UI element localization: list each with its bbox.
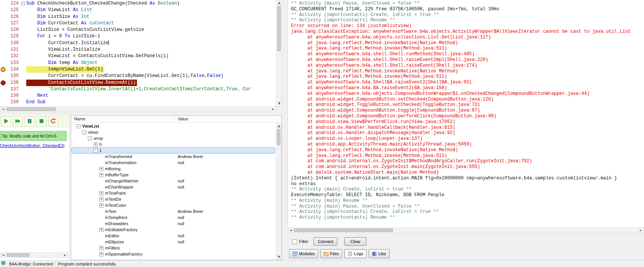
breakpoint-gutter[interactable]	[0, 46, 6, 53]
collapse-icon[interactable]: -	[94, 149, 98, 153]
code-line-125[interactable]: 125 Dim ViewList As List	[0, 7, 276, 13]
tab-files[interactable]: Files	[320, 249, 342, 258]
code-line-130[interactable]: 130 CurrContact.Initialize	[0, 40, 276, 46]
scrollbar-thumb[interactable]	[6, 107, 56, 111]
code-line-137[interactable]: 137 'ContactsCustListView.InsertAt(i+1,C…	[0, 86, 276, 93]
watch-row-0[interactable]: +0	[71, 141, 275, 147]
watch-row-mTempRect[interactable]: mTempRectnull	[71, 214, 275, 221]
scroll-up-icon[interactable]: ▲	[277, 0, 282, 5]
watch-row-mTextDir[interactable]: +mTextDir	[71, 196, 275, 202]
code-line-135[interactable]: 135 CurrContact = cu.FindContactsByName(…	[0, 73, 276, 79]
expand-icon[interactable]: +	[99, 252, 103, 256]
expand-icon[interactable]: +	[99, 203, 103, 208]
code-line-127[interactable]: 127 Dim CurrContact As cuContact	[0, 20, 276, 27]
tab-modules[interactable]: Modules	[289, 249, 318, 258]
expand-icon[interactable]: +	[99, 173, 103, 177]
breakpoint-gutter[interactable]	[0, 7, 6, 13]
watch-row-mText[interactable]: mTextAndrew Breer	[71, 208, 275, 214]
code-line-129[interactable]: 129 For i = 0 To ListSize-1	[0, 33, 276, 40]
clear-button[interactable]: Clear	[344, 237, 366, 246]
expand-icon[interactable]: +	[99, 191, 103, 195]
code-line-136[interactable]: 136 ContactsCustListView.RemoveAt(i)	[0, 80, 276, 86]
breakpoint-gutter[interactable]	[0, 73, 6, 79]
expand-icon[interactable]: +	[94, 142, 98, 147]
code-line-131[interactable]: 131 ViewList.Initialize	[0, 46, 276, 53]
breakpoint-gutter[interactable]	[0, 27, 6, 33]
watch-row-mDrawables[interactable]: mDrawablesnull	[71, 221, 275, 227]
code-line-126[interactable]: 126 Dim ListSize As Int	[0, 14, 276, 20]
scroll-left-icon[interactable]: ◄	[0, 107, 6, 112]
breakpoint-gutter[interactable]	[0, 86, 6, 93]
expand-icon[interactable]: +	[99, 197, 103, 201]
tab-logs[interactable]: Logs	[344, 249, 367, 258]
watch-vertical-scrollbar[interactable]: ▲ ▼	[276, 123, 281, 260]
breakpoint-gutter[interactable]	[0, 53, 6, 59]
code-line-134[interactable]: 134 temp=ViewList.Get(1)	[0, 66, 276, 73]
breakpoint-gutter[interactable]	[0, 14, 6, 20]
connect-button[interactable]: Connect	[313, 237, 337, 246]
collapse-icon[interactable]: -	[82, 130, 86, 134]
breakpoint-gutter[interactable]	[0, 93, 6, 99]
column-header-name[interactable]: Name	[71, 116, 175, 122]
editor-vertical-scrollbar[interactable]: ▲ ▼	[276, 0, 282, 106]
watch-row-mFilters[interactable]: +mFilters	[71, 245, 275, 251]
sidebar-horizontal-scrollbar[interactable]: ◄ ►	[0, 252, 68, 258]
stop-button[interactable]	[37, 117, 46, 126]
run-to-cursor-button[interactable]	[13, 117, 23, 126]
code-line-139[interactable]: 139End Sub	[0, 99, 276, 106]
collapse-icon[interactable]: -	[76, 124, 81, 128]
filter-checkbox[interactable]	[292, 239, 297, 244]
scroll-right-icon[interactable]: ►	[270, 107, 276, 112]
breakpoint-gutter[interactable]	[0, 60, 6, 66]
scroll-down-icon[interactable]: ▼	[276, 254, 281, 259]
watch-row-mSpannableFactory[interactable]: +mSpannableFactory	[71, 251, 275, 257]
column-header-value[interactable]: Value	[175, 116, 281, 122]
watch-row-1[interactable]: -1	[71, 147, 275, 153]
scroll-left-icon[interactable]: ◄	[288, 228, 293, 233]
code-line-133[interactable]: 133 Dim temp As Object	[0, 60, 276, 66]
watch-row-mBoring[interactable]: +mBoring	[71, 166, 275, 172]
tab-libs[interactable]: Libs	[369, 249, 390, 258]
scroll-right-icon[interactable]: ►	[62, 253, 68, 257]
code-editor[interactable]: 124-Sub CheckUncheckButton_CheckedChange…	[0, 0, 276, 106]
scrollbar-thumb[interactable]	[6, 253, 29, 257]
scroll-left-icon[interactable]: ◄	[0, 253, 6, 257]
breakpoint-gutter[interactable]	[0, 99, 6, 106]
watch-row-mTransformation[interactable]: mTransformationnull	[71, 160, 275, 166]
expand-icon[interactable]: +	[99, 246, 103, 250]
watch-row-mBufferType[interactable]: +mBufferType	[71, 172, 275, 178]
watch-row-mEditableFactory[interactable]: +mEditableFactory	[71, 227, 275, 233]
expand-icon[interactable]: +	[99, 228, 103, 232]
scroll-down-icon[interactable]: ▼	[277, 101, 282, 106]
code-line-138[interactable]: 138 Next	[0, 93, 276, 99]
watch-row-ViewList[interactable]: -ViewList	[71, 123, 275, 129]
restart-button[interactable]	[48, 117, 58, 126]
scrollbar-thumb[interactable]	[277, 129, 280, 145]
logs-horizontal-scrollbar[interactable]: ◄ ►	[288, 227, 644, 233]
code-line-124[interactable]: 124-Sub CheckUncheckButton_CheckedChange…	[0, 0, 276, 7]
collapse-icon[interactable]: -	[88, 136, 92, 141]
breakpoint-gutter[interactable]	[0, 40, 6, 46]
scrollbar-thumb[interactable]	[294, 229, 393, 232]
pause-button[interactable]	[25, 117, 35, 126]
expand-icon[interactable]: +	[99, 167, 103, 171]
editor-horizontal-scrollbar[interactable]: ◄ ►	[0, 106, 276, 112]
watch-row-mTextColor[interactable]: +mTextColor	[71, 202, 275, 208]
fold-toggle-icon[interactable]: -	[21, 2, 25, 5]
log-output[interactable]: ** Activity (main) Pause, UserClosed = f…	[288, 0, 644, 227]
breakpoint-gutter[interactable]	[0, 33, 6, 40]
breakpoint-marker[interactable]	[0, 80, 6, 86]
current-line-marker[interactable]	[0, 66, 6, 73]
watch-row-mChangeWatcher[interactable]: mChangeWatchernull	[71, 178, 275, 184]
scroll-up-icon[interactable]: ▲	[276, 123, 281, 128]
code-line-128[interactable]: 128 ListSize = ContactsCustListView.gets…	[0, 27, 276, 33]
breakpoint-gutter[interactable]	[0, 20, 6, 27]
watch-row-mEditor[interactable]: mEditornull	[71, 233, 275, 239]
watch-row-mTextPaint[interactable]: +mTextPaint	[71, 190, 275, 196]
watch-row-mEllipsize[interactable]: mEllipsizenull	[71, 239, 275, 245]
code-line-132[interactable]: 132 ViewList = ContactsCustListView.GetP…	[0, 53, 276, 59]
watch-row-mTransformed[interactable]: mTransformedAndrew Breer	[71, 153, 275, 160]
watch-row-mCharWrapper[interactable]: mCharWrappernull	[71, 184, 275, 190]
run-button[interactable]	[1, 117, 11, 126]
scroll-right-icon[interactable]: ►	[638, 228, 644, 233]
